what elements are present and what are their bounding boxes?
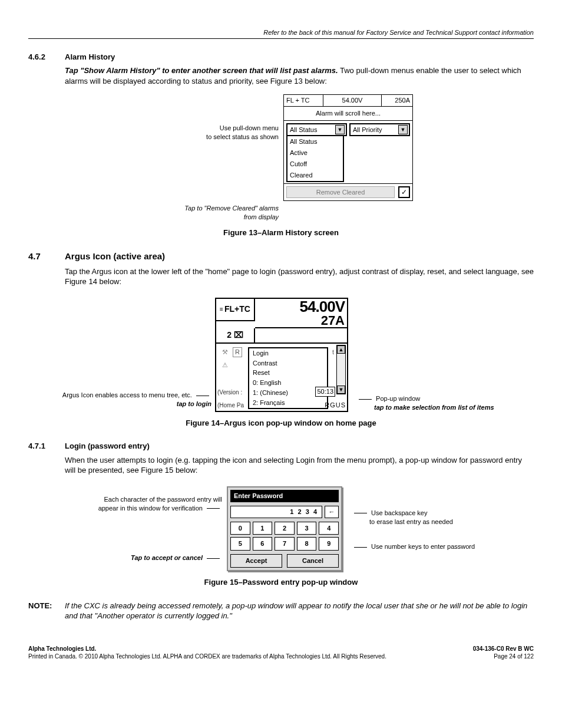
key-7[interactable]: 7 <box>275 537 295 551</box>
fig15-callout-right-1a: Use backspace key <box>371 509 427 516</box>
tool-icon[interactable]: ⚒ <box>222 348 228 357</box>
section-number: 4.7 <box>28 251 65 262</box>
figure-14: Argus Icon enables access to menu tree, … <box>28 298 534 412</box>
lead-bold: Tap "Show Alarm History" to enter anothe… <box>65 66 338 75</box>
status-option[interactable]: Active <box>287 147 343 159</box>
popup-item-contrast[interactable]: Contrast <box>249 358 327 368</box>
readout: 54.00V 27A <box>255 299 347 328</box>
popup-title: Enter Password <box>230 490 339 502</box>
popup-item-login[interactable]: Login <box>249 348 327 358</box>
note-label: NOTE: <box>28 601 65 621</box>
section-title: Login (password entry) <box>65 441 150 452</box>
status-option[interactable]: Cleared <box>287 170 343 181</box>
section-4-6-2-heading: 4.6.2 Alarm History <box>28 52 534 62</box>
key-6[interactable]: 6 <box>253 537 273 551</box>
time-display: 50:13 <box>315 387 335 397</box>
figure-13-caption: Figure 13–Alarm History screen <box>28 228 534 238</box>
footer-page: Page 24 of 122 <box>473 653 534 661</box>
scroll-up-icon[interactable]: ▲ <box>337 345 345 354</box>
figure-15: Each character of the password entry wil… <box>28 486 534 571</box>
section-4-7-body: Tap the Argus icon at the lower left of … <box>65 266 534 287</box>
page-footer: Alpha Technologies Ltd. Printed in Canad… <box>28 645 534 661</box>
fig13-callout-1b: to select status as shown <box>149 133 279 141</box>
popup-item-lang-2[interactable]: 2: Français <box>249 398 327 408</box>
priority-dropdown-value: All Priority <box>353 126 382 134</box>
backspace-button[interactable]: ← <box>325 506 339 518</box>
key-9[interactable]: 9 <box>319 537 339 551</box>
priority-dropdown[interactable]: All Priority ▼ <box>349 123 410 136</box>
mode-cell: FL + TC <box>284 95 323 106</box>
key-5[interactable]: 5 <box>230 537 250 551</box>
section-number: 4.7.1 <box>28 441 65 452</box>
key-8[interactable]: 8 <box>297 537 317 551</box>
key-2[interactable]: 2 <box>275 522 295 535</box>
key-0[interactable]: 0 <box>230 522 250 535</box>
argus-popup-menu: Login Contrast Reset 0: English 1: (Chin… <box>248 347 328 409</box>
footer-docnum: 034-136-C0 Rev B WC <box>473 645 534 653</box>
section-4-7-heading: 4.7 Argus Icon (active area) <box>28 251 534 262</box>
alarm-history-screen: FL + TC 54.00V 250A Alarm will scroll he… <box>283 94 413 201</box>
section-title: Alarm History <box>65 52 115 62</box>
scrollbar[interactable]: ▲▼ <box>336 345 346 394</box>
fig14-callout-left-2: tap to login <box>52 400 211 409</box>
status-dropdown[interactable]: All Status ▼ <box>286 123 347 136</box>
current-cell: 250A <box>382 95 412 106</box>
footer-copyright: Printed in Canada. © 2010 Alpha Technolo… <box>28 653 386 661</box>
fig15-callout-left-2: Tap to accept or cancel <box>69 554 222 562</box>
figure-14-caption: Figure 14–Argus icon pop-up window on ho… <box>28 418 534 429</box>
note-text: If the CXC is already being accessed rem… <box>65 601 534 621</box>
password-display: 1 2 3 4 <box>230 506 322 518</box>
scroll-down-icon[interactable]: ▼ <box>337 386 345 394</box>
current-readout: 27A <box>257 314 345 327</box>
footer-company: Alpha Technologies Ltd. <box>28 645 386 653</box>
popup-item-reset[interactable]: Reset <box>249 368 327 378</box>
alarm-scroll-area: Alarm will scroll here... <box>284 107 412 121</box>
fig13-callout-1a: Use pull-down menu <box>149 124 279 133</box>
fig15-callout-left-1b: appear in this window for verification <box>69 504 222 513</box>
fig15-callout-right-1b: to erase last entry as needed <box>352 518 493 526</box>
home-screen: ≡FL+TC 54.00V 27A 2 ⌧ ⚒ R t ⚠ <box>215 298 348 412</box>
status-option[interactable]: All Status <box>287 136 343 147</box>
mode-indicator: ≡FL+TC <box>216 299 255 321</box>
home-text: (Home Pa <box>217 401 244 410</box>
brand-text: RGUS <box>325 401 346 410</box>
section-4-7-1-body: When the user attempts to login (e.g. ta… <box>65 455 534 476</box>
figure-13: Use pull-down menu to select status as s… <box>28 94 534 221</box>
fig14-callout-right-1: Pop-up window <box>376 395 420 402</box>
voltage-cell: 54.00V <box>323 95 382 106</box>
chevron-down-icon: ▼ <box>398 125 408 134</box>
bg-letter: t <box>332 348 334 357</box>
key-4[interactable]: 4 <box>319 522 339 535</box>
remove-cleared-checkbox[interactable]: ✓ <box>398 186 410 198</box>
fig15-callout-left-1a: Each character of the password entry wil… <box>69 495 222 504</box>
section-4-7-1-heading: 4.7.1 Login (password entry) <box>28 441 534 452</box>
password-entry-popup: Enter Password 1 2 3 4 ← 0 1 2 3 4 5 6 7… <box>227 486 342 571</box>
accept-button[interactable]: Accept <box>230 554 282 568</box>
fig13-callout-2b: from display <box>149 213 279 222</box>
status-dropdown-list: All Status Active Cutoff Cleared <box>286 136 344 182</box>
section-title: Argus Icon (active area) <box>65 251 165 262</box>
version-text: (Version : <box>217 388 242 397</box>
section-number: 4.6.2 <box>28 52 65 62</box>
note: NOTE: If the CXC is already being access… <box>28 601 534 621</box>
number-keypad: 0 1 2 3 4 5 6 7 8 9 <box>230 522 339 551</box>
r-badge: R <box>233 347 242 357</box>
header-note: Refer to the back of this manual for Fac… <box>28 28 534 39</box>
fig15-callout-right-2: Use number keys to enter password <box>371 543 475 550</box>
fig13-callout-2a: Tap to "Remove Cleared" alarms <box>149 204 279 213</box>
chevron-down-icon: ▼ <box>335 125 345 134</box>
key-3[interactable]: 3 <box>297 522 317 535</box>
status-dropdown-value: All Status <box>290 126 317 134</box>
sub-indicator: 2 ⌧ <box>216 328 255 344</box>
cancel-button[interactable]: Cancel <box>287 554 339 568</box>
section-4-6-2-body: Tap "Show Alarm History" to enter anothe… <box>65 65 534 86</box>
voltage-readout: 54.00V <box>257 299 345 314</box>
fig14-callout-right-2: tap to make selection from list of items <box>356 403 510 412</box>
status-option[interactable]: Cutoff <box>287 159 343 170</box>
figure-15-caption: Figure 15–Password entry pop-up window <box>28 577 534 588</box>
remove-cleared-button[interactable]: Remove Cleared <box>286 186 395 199</box>
fig14-callout-left-1: Argus Icon enables access to menu tree, … <box>52 391 211 400</box>
key-1[interactable]: 1 <box>253 522 273 535</box>
